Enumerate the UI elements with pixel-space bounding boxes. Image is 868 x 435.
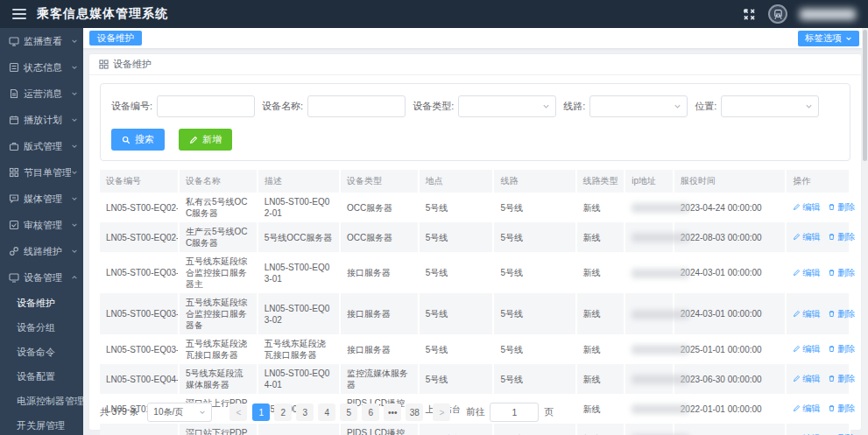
column-header-2: 描述	[258, 170, 340, 193]
page-button-1[interactable]: 1	[252, 403, 270, 421]
delete-link[interactable]: 删除	[828, 267, 855, 278]
add-button[interactable]: 新增	[179, 129, 232, 151]
chevron-down-icon	[71, 88, 78, 99]
device-type-select[interactable]	[458, 95, 556, 117]
edit-link[interactable]: 编辑	[793, 373, 820, 384]
pager-ellipsis[interactable]: •••	[384, 403, 401, 421]
prev-page-button[interactable]: <	[229, 403, 247, 421]
chevron-down-icon	[71, 141, 78, 151]
cell-code: LN05-ST00-EQ03-01	[100, 252, 179, 293]
ip-redacted	[632, 375, 689, 384]
tab-device-maintenance[interactable]: 设备维护	[89, 31, 142, 46]
cell-location: 5号线	[419, 364, 494, 394]
cell-desc: LN05-ST00-EQ03-01	[258, 252, 340, 293]
device-name-input[interactable]	[307, 95, 406, 117]
page-button-2[interactable]: 2	[274, 403, 292, 421]
cell-line_type: 新线	[576, 252, 625, 293]
position-label: 位置:	[695, 100, 716, 113]
edit-link[interactable]: 编辑	[793, 267, 820, 278]
cell-name: 生产云5号线OCC服务器	[179, 222, 258, 252]
line-select[interactable]	[589, 95, 688, 117]
cell-line: 5号线	[493, 293, 575, 334]
sidebar-item-monitor-view[interactable]: 监播查看	[0, 28, 83, 54]
page-button-6[interactable]: 6	[362, 403, 379, 421]
device-name-label: 设备名称:	[262, 100, 303, 113]
user-avatar[interactable]	[768, 4, 787, 24]
search-button[interactable]: 搜索	[111, 129, 165, 151]
page-button-3[interactable]: 3	[296, 403, 314, 421]
sidebar-item-device-management[interactable]: 设备管理	[0, 264, 83, 291]
top-header: 乘客信息媒体管理系统	[0, 0, 868, 28]
sidebar-item-label: 审核管理	[24, 219, 71, 232]
sidebar-item-play-plan[interactable]: 播放计划	[0, 107, 83, 133]
goto-page-input[interactable]	[490, 403, 539, 422]
sidebar-item-label: 版式管理	[24, 140, 71, 153]
delete-link[interactable]: 删除	[828, 343, 855, 354]
scrollbar-thumb[interactable]	[863, 30, 867, 161]
cell-line: 5号线	[493, 334, 575, 364]
table-row: LN05-ST00-EQ02-02生产云5号线OCC服务器5号线OCC服务器OC…	[100, 222, 850, 252]
table-row: LN05-ST00-EQ03-02五号线东延段综合监控接口服务器备LN05-ST…	[100, 293, 850, 334]
delete-link[interactable]: 删除	[828, 373, 855, 384]
sidebar-item-line-maintenance[interactable]: 线路维护	[0, 238, 83, 264]
sidebar-item-media-management[interactable]: 媒体管理	[0, 186, 83, 212]
check-square-icon	[9, 220, 19, 230]
hamburger-menu-icon[interactable]	[12, 9, 26, 19]
app-title: 乘客信息媒体管理系统	[37, 6, 168, 22]
field-line: 线路:	[563, 95, 688, 117]
position-select[interactable]	[721, 95, 819, 117]
edit-link[interactable]: 编辑	[793, 231, 820, 242]
sidebar-subitem-switch-screen-management[interactable]: 开关屏管理	[0, 413, 83, 435]
sidebar-subitem-device-command[interactable]: 设备命令	[0, 340, 83, 364]
device-code-input[interactable]	[157, 95, 255, 117]
cell-actions: 编辑删除	[786, 252, 850, 293]
delete-link[interactable]: 删除	[828, 231, 855, 242]
page-button-5[interactable]: 5	[340, 403, 357, 421]
chevron-up-icon	[71, 272, 78, 283]
page-button-38[interactable]: 38	[406, 403, 423, 421]
tag-options-button[interactable]: 标签选项	[798, 31, 859, 46]
edit-icon	[793, 233, 801, 241]
device-code-label: 设备编号:	[111, 100, 152, 113]
sidebar-subitem-device-config[interactable]: 设备配置	[0, 364, 83, 389]
user-name-redacted[interactable]	[800, 9, 856, 20]
edit-link[interactable]: 编辑	[793, 201, 820, 213]
sidebar-item-operation-message[interactable]: 运营消息	[0, 81, 83, 107]
sidebar-menu: 监播查看状态信息运营消息播放计划版式管理节目单管理媒体管理审核管理线路维护设备管…	[0, 28, 83, 435]
cell-location: 5号线	[419, 193, 494, 222]
cell-location: 5号线	[419, 334, 494, 364]
column-header-4: 地点	[419, 170, 494, 193]
cell-service_time: 2025-01-01 00:00:00	[674, 334, 786, 364]
cell-actions: 编辑删除	[786, 293, 850, 334]
cell-actions: 编辑删除	[786, 222, 850, 252]
sidebar-item-program-list-management[interactable]: 节目单管理	[0, 159, 83, 186]
column-header-9: 操作	[786, 170, 850, 193]
cell-code: LN05-ST00-EQ03-02	[100, 293, 179, 334]
delete-link[interactable]: 删除	[828, 308, 855, 319]
edit-link[interactable]: 编辑	[793, 343, 820, 354]
delete-icon	[828, 375, 836, 382]
page-button-4[interactable]: 4	[318, 403, 335, 421]
field-device-type: 设备类型:	[413, 95, 556, 117]
ip-redacted	[632, 404, 689, 414]
fullscreen-icon[interactable]	[743, 8, 756, 21]
sidebar-item-audit-management[interactable]: 审核管理	[0, 212, 83, 238]
sidebar-item-status-info[interactable]: 状态信息	[0, 54, 83, 81]
device-table: 设备编号设备名称描述设备类型地点线路线路类型ip地址服役时间操作 LN05-ST…	[100, 170, 850, 435]
sidebar-subitem-device-group[interactable]: 设备分组	[0, 315, 83, 340]
cell-service_time: 2024-03-01 00:00:00	[674, 252, 786, 293]
grid-icon	[99, 60, 109, 69]
sidebar-subitem-power-controller-management[interactable]: 电源控制器管理	[0, 389, 83, 413]
page-size-select[interactable]: 10条/页	[147, 403, 212, 422]
cell-desc: LN05-ST00-EQ02-01	[258, 193, 340, 222]
delete-link[interactable]: 删除	[828, 201, 855, 213]
delete-icon	[828, 310, 836, 318]
sidebar-subitem-device-maintenance[interactable]: 设备维护	[0, 291, 83, 315]
next-page-button[interactable]: >	[433, 403, 450, 421]
device-maintenance-card: 设备维护 设备编号:设备名称:设备类型:线路:位置: 搜索 新增	[89, 54, 861, 430]
sidebar-item-layout-management[interactable]: 版式管理	[0, 133, 83, 159]
search-icon	[122, 136, 131, 144]
cell-code: LN05-ST00-EQ02-02	[100, 222, 179, 252]
scrollbar[interactable]	[862, 28, 868, 435]
edit-link[interactable]: 编辑	[793, 308, 820, 319]
